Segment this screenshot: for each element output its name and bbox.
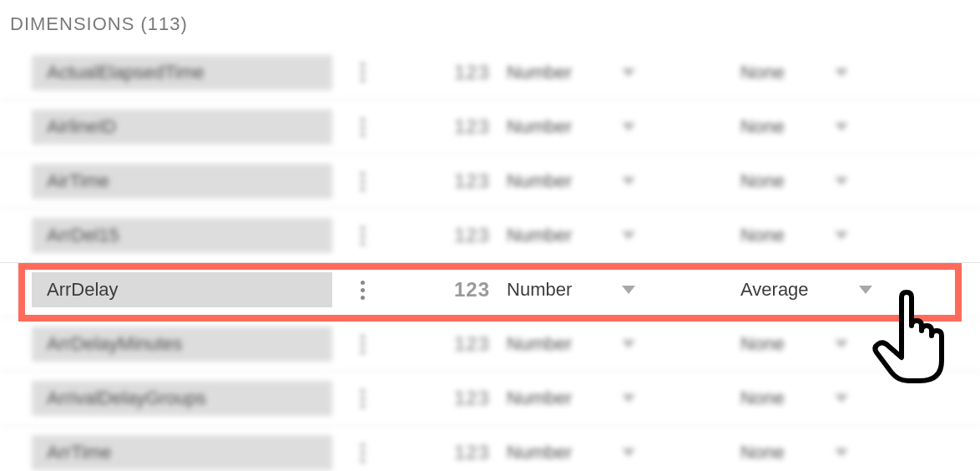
type-dropdown[interactable]: Number [507,333,674,355]
kebab-menu-icon[interactable] [346,226,379,246]
chevron-down-icon [622,340,635,348]
type-label: Number [507,442,572,463]
number-type-icon: 123 [454,332,490,356]
aggregation-label: Average [740,279,809,301]
aggregation-dropdown[interactable]: Average [740,279,907,301]
chevron-down-icon [622,68,635,77]
aggregation-label: None [740,387,785,409]
number-type-icon: 123 [454,115,490,139]
type-dropdown[interactable]: Number [507,387,674,409]
aggregation-dropdown[interactable]: None [740,225,907,246]
aggregation-label: None [740,116,785,138]
dimension-pill[interactable]: ArrTime [32,435,332,470]
aggregation-dropdown[interactable]: None [740,387,907,409]
dimension-row[interactable]: ActualElapsedTime123NumberNone [0,45,980,99]
kebab-menu-icon[interactable] [346,281,379,300]
aggregation-label: None [740,333,785,355]
dimensions-list: ActualElapsedTime123NumberNoneAirlineID1… [0,45,980,471]
dimension-row[interactable]: ArrDelayMinutes123NumberNone [0,317,980,371]
type-dropdown[interactable]: Number [507,442,674,463]
aggregation-dropdown[interactable]: None [740,116,907,138]
type-label: Number [507,170,572,192]
chevron-down-icon [835,448,848,457]
number-type-icon: 123 [454,387,490,410]
dimension-pill[interactable]: AirTime [32,164,332,199]
number-type-icon: 123 [454,61,490,84]
dimension-pill[interactable]: ArrivalDelayGroups [32,381,332,416]
aggregation-dropdown[interactable]: None [740,442,907,463]
aggregation-label: None [740,442,785,463]
type-dropdown[interactable]: Number [507,225,674,246]
chevron-down-icon [622,231,635,240]
dimension-pill[interactable]: ArrDel15 [32,218,332,253]
kebab-menu-icon[interactable] [346,118,379,137]
dimensions-count: 113 [148,13,181,34]
type-label: Number [507,333,572,355]
chevron-down-icon [622,177,635,185]
aggregation-label: None [740,225,785,246]
number-type-icon: 123 [454,441,490,464]
chevron-down-icon [622,448,635,457]
chevron-down-icon [622,123,635,131]
dimensions-header: DIMENSIONS (113) [0,0,980,45]
dimensions-title: DIMENSIONS [10,13,134,34]
dimension-pill[interactable]: AirlineID [32,109,332,144]
aggregation-label: None [740,62,785,84]
dimension-row[interactable]: AirTime123NumberNone [0,154,980,208]
type-dropdown[interactable]: Number [507,170,674,192]
kebab-menu-icon[interactable] [346,172,379,191]
aggregation-dropdown[interactable]: None [740,170,907,192]
number-type-icon: 123 [454,224,490,247]
type-label: Number [507,116,572,138]
aggregation-dropdown[interactable]: None [740,62,907,84]
type-dropdown[interactable]: Number [507,116,674,138]
chevron-down-icon [835,231,848,240]
type-dropdown[interactable]: Number [507,62,674,84]
type-dropdown[interactable]: Number [507,279,674,301]
type-label: Number [507,62,572,84]
dimension-row[interactable]: ArrTime123NumberNone [0,425,980,471]
number-type-icon: 123 [454,278,490,301]
chevron-down-icon [835,68,848,77]
number-type-icon: 123 [454,170,490,193]
kebab-menu-icon[interactable] [346,443,379,463]
aggregation-label: None [740,170,785,192]
chevron-down-icon [835,394,848,403]
chevron-down-icon [859,286,872,294]
kebab-menu-icon[interactable] [346,335,379,354]
chevron-down-icon [835,123,848,131]
aggregation-dropdown[interactable]: None [740,333,907,355]
chevron-down-icon [835,177,848,185]
dimension-row[interactable]: ArrDelay123NumberAverage [0,262,980,317]
type-label: Number [507,225,572,246]
dimension-pill[interactable]: ActualElapsedTime [32,55,332,90]
chevron-down-icon [622,286,635,294]
type-label: Number [507,387,572,409]
chevron-down-icon [622,394,635,403]
dimension-pill[interactable]: ArrDelay [32,272,332,307]
dimension-row[interactable]: AirlineID123NumberNone [0,99,980,154]
dimension-row[interactable]: ArrivalDelayGroups123NumberNone [0,371,980,425]
dimension-row[interactable]: ArrDel15123NumberNone [0,208,980,262]
dimension-pill[interactable]: ArrDelayMinutes [32,327,332,362]
kebab-menu-icon[interactable] [346,63,379,82]
kebab-menu-icon[interactable] [346,389,379,408]
type-label: Number [507,279,572,301]
chevron-down-icon [835,340,848,348]
